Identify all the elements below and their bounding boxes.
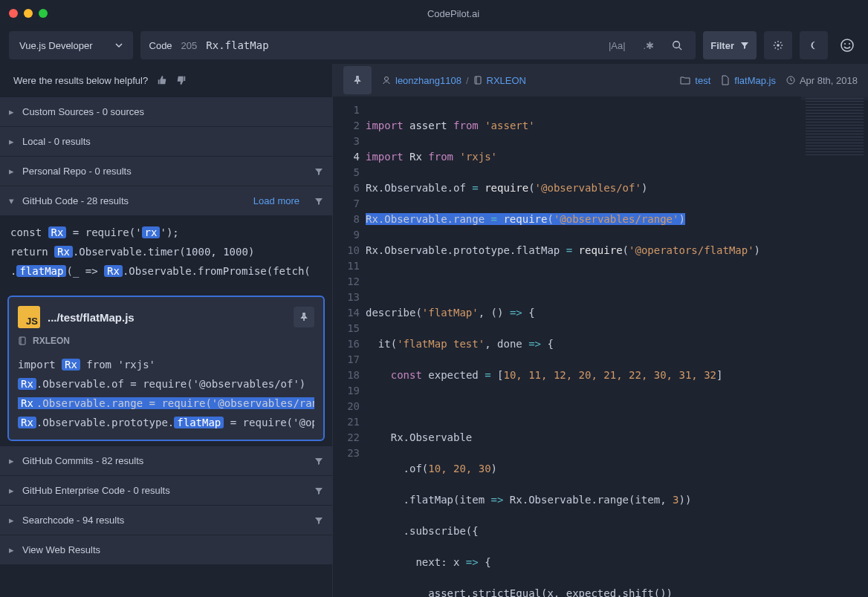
section-web-results[interactable]: ▸ View Web Results <box>0 535 332 564</box>
intent-count: 205 <box>181 40 198 51</box>
caret-right-icon: ▸ <box>9 455 15 466</box>
svg-point-0 <box>673 42 680 48</box>
repo-icon <box>473 76 482 85</box>
close-window-icon[interactable] <box>9 9 18 18</box>
detail-folder: test <box>680 75 710 86</box>
pin-button[interactable] <box>294 307 314 327</box>
section-custom-sources[interactable]: ▸ Custom Sources - 0 sources <box>0 97 332 126</box>
maximize-window-icon[interactable] <box>39 9 48 18</box>
filter-icon[interactable] <box>314 457 323 466</box>
smile-icon <box>840 38 855 53</box>
app-title: CodePilot.ai <box>48 8 859 19</box>
folder-icon <box>680 76 690 85</box>
highlight: Rx <box>18 417 36 428</box>
feedback-button[interactable] <box>835 38 859 53</box>
filter-icon <box>740 41 749 50</box>
result-repo: RXLEON <box>18 336 314 346</box>
caret-right-icon: ▸ <box>9 515 15 526</box>
search-bar: Code 205 |Aa| .✱ <box>140 31 696 59</box>
result-title: .../test/flatMap.js <box>48 311 286 324</box>
load-more-link[interactable]: Load more <box>253 195 299 206</box>
section-label: Local - 0 results <box>22 136 91 147</box>
section-github-enterprise[interactable]: ▸ GitHub Enterprise Code - 0 results <box>0 475 332 505</box>
user-link[interactable]: leonzhang1108 <box>395 75 461 86</box>
caret-right-icon: ▸ <box>9 136 15 147</box>
gear-icon <box>773 40 783 50</box>
selected-code-line: Rx.Observable.range = require('@observab… <box>366 213 685 225</box>
highlight: Rx <box>18 378 36 390</box>
minimize-window-icon[interactable] <box>24 9 33 18</box>
section-label: GitHub Enterprise Code - 0 results <box>22 485 170 496</box>
svg-point-2 <box>777 44 780 47</box>
detail-panel: leonzhang1108 / RXLEON test flatMap.js A… <box>333 64 868 597</box>
code-viewer[interactable]: 1234567891011121314151617181920212223 im… <box>333 97 868 597</box>
thumbs-up-icon[interactable] <box>157 75 167 85</box>
result-item[interactable]: const Rx = require('rx'); return Rx.Obse… <box>0 215 332 291</box>
result-item-selected[interactable]: JS .../test/flatMap.js RXLEON import Rx … <box>7 296 325 441</box>
highlight: flatMap <box>174 417 224 428</box>
section-label: GitHub Commits - 82 results <box>22 455 143 466</box>
section-searchcode[interactable]: ▸ Searchcode - 94 results <box>0 505 332 535</box>
chevron-down-icon <box>115 42 123 49</box>
svg-point-5 <box>849 43 850 45</box>
filter-icon[interactable] <box>314 197 323 206</box>
filter-icon[interactable] <box>314 167 323 176</box>
theme-toggle-button[interactable] <box>800 31 828 59</box>
code-content: import assert from 'assert' import Rx fr… <box>366 97 868 597</box>
search-icon[interactable] <box>667 39 687 52</box>
file-icon <box>721 75 730 85</box>
highlight: Rx <box>104 265 123 277</box>
separator: / <box>466 75 469 86</box>
detail-user: leonzhang1108 / RXLEON <box>382 75 526 86</box>
section-label: Custom Sources - 0 sources <box>22 106 144 117</box>
svg-line-1 <box>679 48 682 50</box>
selected-line: Rx.Observable.range = require('@observab… <box>18 397 314 409</box>
main: Were the results below helpful? ▸ Custom… <box>0 64 868 597</box>
intent-label[interactable]: Code <box>149 40 172 51</box>
highlight: Rx <box>62 359 80 371</box>
highlight: Rx <box>48 226 67 238</box>
section-label: Personal Repo - 0 results <box>22 166 132 177</box>
repo-link[interactable]: RXLEON <box>487 75 526 86</box>
caret-right-icon: ▸ <box>9 485 15 496</box>
minimap[interactable] <box>801 97 868 186</box>
section-github-commits[interactable]: ▸ GitHub Commits - 82 results <box>0 446 332 475</box>
language-badge-icon: JS <box>18 306 40 328</box>
svg-rect-6 <box>19 337 25 345</box>
line-gutter: 1234567891011121314151617181920212223 <box>333 97 366 597</box>
user-icon <box>382 76 391 85</box>
feedback-prompt: Were the results below helpful? <box>13 75 148 86</box>
highlight: flatMap <box>16 265 66 277</box>
filter-icon[interactable] <box>314 516 323 525</box>
profile-selector[interactable]: Vue.js Developer <box>9 31 133 59</box>
section-label: View Web Results <box>22 544 100 555</box>
caret-right-icon: ▸ <box>9 106 15 117</box>
profile-label: Vue.js Developer <box>19 40 93 51</box>
repo-icon <box>18 336 27 345</box>
pin-button[interactable] <box>343 66 372 94</box>
detail-header: leonzhang1108 / RXLEON test flatMap.js A… <box>333 64 868 97</box>
window-controls <box>9 9 48 18</box>
section-local[interactable]: ▸ Local - 0 results <box>0 126 332 156</box>
titlebar: CodePilot.ai <box>0 0 868 27</box>
section-github-code[interactable]: ▾ GitHub Code - 28 results Load more <box>0 186 332 215</box>
section-personal-repo[interactable]: ▸ Personal Repo - 0 results <box>0 156 332 186</box>
regex-toggle[interactable]: .✱ <box>639 39 659 53</box>
section-label: Searchcode - 94 results <box>22 515 124 526</box>
results-panel: Were the results below helpful? ▸ Custom… <box>0 64 333 597</box>
pin-icon <box>299 313 308 322</box>
search-input[interactable] <box>206 39 595 51</box>
folder-link[interactable]: test <box>695 75 710 86</box>
file-link[interactable]: flatMap.js <box>734 75 776 86</box>
svg-point-4 <box>844 43 846 45</box>
filter-label: Filter <box>710 40 734 51</box>
match-case-toggle[interactable]: |Aa| <box>604 39 630 53</box>
filter-button[interactable]: Filter <box>703 31 757 59</box>
pin-icon <box>353 76 362 85</box>
caret-right-icon: ▸ <box>9 544 15 555</box>
caret-right-icon: ▸ <box>9 166 15 177</box>
settings-button[interactable] <box>764 31 792 59</box>
filter-icon[interactable] <box>314 486 323 495</box>
result-header: JS .../test/flatMap.js <box>18 306 314 328</box>
thumbs-down-icon[interactable] <box>176 75 187 85</box>
